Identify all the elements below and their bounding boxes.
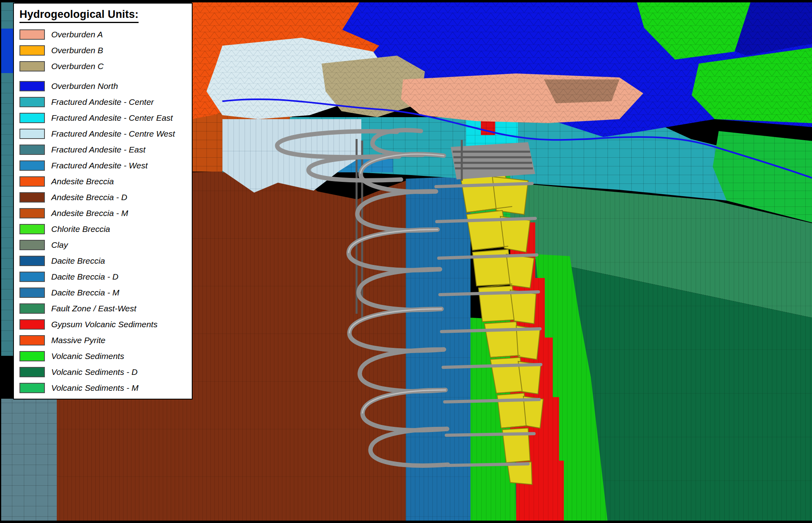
legend-item: Chlorite Breccia xyxy=(19,224,186,234)
legend-item: Clay xyxy=(19,240,186,250)
legend-item-label: Andesite Breccia - M xyxy=(51,208,128,218)
legend-swatch xyxy=(19,351,45,361)
legend-item: Dacite Breccia xyxy=(19,256,186,266)
legend-item-label: Fault Zone / East-West xyxy=(51,304,136,313)
legend-item: Fractured Andesite - Center xyxy=(19,97,186,107)
surface-brown-patch xyxy=(544,79,619,103)
legend-swatch xyxy=(19,208,45,218)
legend-swatch xyxy=(19,303,45,314)
legend-swatch xyxy=(19,61,45,71)
bottom-left-slate-cells xyxy=(1,399,57,521)
legend-swatch xyxy=(19,272,45,282)
legend-item: Volcanic Sediments - M xyxy=(19,383,186,393)
model-viewport[interactable]: Hydrogeological Units: Overburden A Over… xyxy=(0,0,812,523)
legend-swatch xyxy=(19,288,45,298)
legend-item-label: Chlorite Breccia xyxy=(51,224,110,234)
legend-item-label: Fractured Andesite - Centre West xyxy=(51,129,175,139)
legend-swatch xyxy=(19,192,45,203)
legend-swatch xyxy=(19,383,45,393)
legend-item: Fractured Andesite - East xyxy=(19,145,186,155)
legend-item: Overburden North xyxy=(19,81,186,91)
legend-item-label: Overburden B xyxy=(51,46,103,55)
left-edge-blue-cell xyxy=(1,29,15,73)
legend-item: Dacite Breccia - M xyxy=(19,288,186,298)
legend-swatch xyxy=(19,319,45,330)
legend-item: Fault Zone / East-West xyxy=(19,303,186,314)
legend-item: Fractured Andesite - West xyxy=(19,160,186,171)
legend-swatch xyxy=(19,113,45,123)
legend-item-label: Overburden C xyxy=(51,62,104,71)
legend-swatch xyxy=(19,45,45,56)
legend-item: Overburden A xyxy=(19,29,186,40)
legend-item-label: Fractured Andesite - East xyxy=(51,145,145,154)
legend-swatch xyxy=(19,240,45,250)
legend-item-label: Overburden North xyxy=(51,81,118,91)
legend-item: Andesite Breccia xyxy=(19,176,186,187)
legend-item-label: Gypsum Volcanic Sediments xyxy=(51,320,158,329)
mine-platform xyxy=(451,142,535,179)
legend-item: Overburden B xyxy=(19,45,186,56)
legend-item: Volcanic Sediments xyxy=(19,351,186,361)
legend-item: Dacite Breccia - D xyxy=(19,272,186,282)
legend-title: Hydrogeological Units: xyxy=(19,8,139,23)
legend-group-overburden: Overburden A Overburden B Overburden C xyxy=(19,29,186,71)
legend-panel: Hydrogeological Units: Overburden A Over… xyxy=(13,3,193,399)
legend-swatch xyxy=(19,97,45,107)
legend-item-label: Fractured Andesite - West xyxy=(51,161,148,170)
legend-item: Andesite Breccia - M xyxy=(19,208,186,218)
legend-swatch xyxy=(19,224,45,234)
legend-swatch xyxy=(19,160,45,171)
legend-item: Fractured Andesite - Centre West xyxy=(19,129,186,139)
legend-item-label: Andesite Breccia - D xyxy=(51,193,127,202)
legend-item-label: Dacite Breccia xyxy=(51,256,105,266)
legend-group-units: Overburden North Fractured Andesite - Ce… xyxy=(19,81,186,393)
legend-item: Volcanic Sediments - D xyxy=(19,367,186,377)
legend-swatch xyxy=(19,367,45,377)
legend-item-label: Dacite Breccia - M xyxy=(51,288,120,297)
legend-item: Gypsum Volcanic Sediments xyxy=(19,319,186,330)
legend-item-label: Overburden A xyxy=(51,30,103,39)
legend-swatch xyxy=(19,81,45,91)
bottom-frame xyxy=(0,521,812,523)
legend-swatch xyxy=(19,256,45,266)
legend-item-label: Dacite Breccia - D xyxy=(51,272,118,282)
legend-item-label: Andesite Breccia xyxy=(51,177,114,186)
legend-item-label: Massive Pyrite xyxy=(51,336,106,345)
legend-item: Massive Pyrite xyxy=(19,335,186,345)
legend-item: Fractured Andesite - Center East xyxy=(19,113,186,123)
legend-item-label: Fractured Andesite - Center East xyxy=(51,113,173,123)
legend-swatch xyxy=(19,335,45,345)
legend-item-label: Clay xyxy=(51,240,68,250)
legend-item: Overburden C xyxy=(19,61,186,71)
legend-swatch xyxy=(19,129,45,139)
legend-item-label: Fractured Andesite - Center xyxy=(51,97,154,107)
legend-swatch xyxy=(19,145,45,155)
legend-item-label: Volcanic Sediments - D xyxy=(51,367,137,377)
legend-item-label: Volcanic Sediments xyxy=(51,351,124,361)
legend-item-label: Volcanic Sediments - M xyxy=(51,383,139,393)
legend-swatch xyxy=(19,29,45,40)
legend-item: Andesite Breccia - D xyxy=(19,192,186,203)
legend-swatch xyxy=(19,176,45,187)
